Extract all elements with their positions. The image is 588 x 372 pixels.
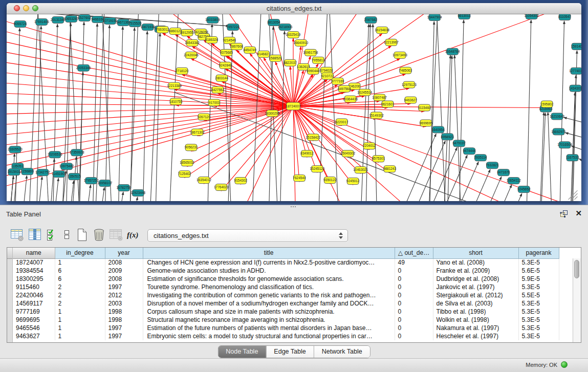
column-header-out_de[interactable]: △ out_de… bbox=[395, 248, 433, 258]
graph-node-label: 11054302 bbox=[525, 14, 539, 17]
graph-node-label: 8186328 bbox=[205, 38, 219, 41]
table-row[interactable]: 2242004622012Investigating the contribut… bbox=[13, 291, 559, 299]
column-header-year[interactable]: year bbox=[105, 248, 143, 258]
graph-edge bbox=[118, 27, 123, 201]
table-cell: 1997 bbox=[105, 324, 143, 332]
table-cell: 5.3E-5 bbox=[518, 258, 559, 267]
graph-node-label: 8454749 bbox=[244, 48, 257, 52]
graph-node-label: 16543382 bbox=[185, 41, 200, 45]
graph-edge bbox=[93, 24, 97, 201]
graph-node-label: 15692971 bbox=[551, 130, 566, 134]
table-row[interactable]: 977716911998Corpus callosum shape and si… bbox=[13, 308, 559, 316]
graph-node-label: 9463627 bbox=[404, 98, 418, 102]
close-panel-icon[interactable]: ✕ bbox=[575, 209, 582, 218]
graph-edge bbox=[461, 169, 490, 201]
graph-node-label: 9245012 bbox=[346, 179, 360, 183]
table-cell: Disruption of a novel member of a sodium… bbox=[143, 299, 395, 308]
table-cell: Estimation of significance thresholds fo… bbox=[143, 275, 395, 283]
graph-node-label: 9115460 bbox=[418, 106, 431, 110]
table-panel: Table Panel ✕ bbox=[0, 205, 588, 372]
table-cell: 9699695 bbox=[13, 316, 55, 324]
graph-edge bbox=[527, 20, 531, 201]
tab-edge-table[interactable]: Edge Table bbox=[266, 346, 313, 358]
graph-node-label: 6497568 bbox=[338, 87, 351, 91]
table-cell: 0 bbox=[395, 267, 433, 275]
row-header-strip bbox=[7, 248, 13, 342]
table-cell: Corpus callosum shape and size in male p… bbox=[143, 308, 395, 316]
window-title: citations_edges.txt bbox=[7, 3, 581, 14]
graph-node-label: 15149302 bbox=[369, 114, 384, 117]
graph-edge bbox=[579, 159, 581, 167]
table-cell: 0 bbox=[395, 275, 433, 283]
table-cell: 0 bbox=[395, 308, 433, 316]
graph-node-label: 6479197 bbox=[453, 142, 466, 145]
table-row[interactable]: 911546021997Tourette syndrome. Phenomeno… bbox=[13, 283, 559, 291]
graph-node-label: 9350122 bbox=[323, 178, 337, 182]
column-header-in_degree[interactable]: in_degree bbox=[55, 248, 105, 258]
node-table-grid[interactable]: namein_degreeyeartitle△ out_de…shortpage… bbox=[13, 248, 559, 340]
table-cell: 1997 bbox=[105, 283, 143, 291]
graph-edge bbox=[444, 55, 450, 201]
tab-node-table[interactable]: Node Table bbox=[218, 346, 266, 358]
column-header-title[interactable]: title bbox=[143, 248, 395, 258]
network-table-select[interactable]: citations_edges.txt bbox=[147, 229, 348, 242]
table-cell: 5.5E-5 bbox=[518, 291, 559, 299]
graph-node-label: 16245514 bbox=[357, 91, 372, 94]
float-panel-icon[interactable] bbox=[560, 210, 569, 218]
table-row[interactable]: 969969511998Structural magnetic resonanc… bbox=[13, 316, 559, 324]
table-cell: 0 bbox=[395, 332, 433, 340]
table-row[interactable]: 946362711997Embryonic stem cells: a mode… bbox=[13, 332, 559, 340]
table-cell: 2 bbox=[55, 283, 105, 291]
graph-edge bbox=[143, 31, 147, 201]
graph-node-label: 12975123 bbox=[402, 83, 417, 86]
network-window-titlebar[interactable]: citations_edges.txt bbox=[7, 3, 581, 14]
select-columns-icon[interactable] bbox=[46, 228, 57, 244]
table-row[interactable]: 1830029562008Estimation of significance … bbox=[13, 275, 559, 283]
column-header-pagerank[interactable]: pagerank bbox=[518, 248, 559, 258]
graph-node-label: 10719155 bbox=[103, 19, 118, 23]
network-canvas[interactable]: 9055724176914062013134010653287152760294… bbox=[7, 14, 581, 201]
table-cell: 18300295 bbox=[13, 275, 55, 283]
table-mode-icon[interactable] bbox=[10, 228, 24, 244]
table-scrollbar[interactable] bbox=[573, 258, 581, 342]
minimize-window-button[interactable] bbox=[23, 5, 29, 11]
table-cell: 49 bbox=[395, 258, 433, 267]
close-window-button[interactable] bbox=[14, 5, 20, 11]
function-builder-icon[interactable]: f(x) bbox=[127, 231, 139, 239]
splitter-grip[interactable] bbox=[290, 206, 296, 208]
graph-edge bbox=[293, 106, 361, 174]
node-table[interactable]: namein_degreeyeartitle△ out_de…shortpage… bbox=[7, 247, 581, 343]
graph-edge bbox=[564, 117, 581, 125]
show-columns-icon[interactable] bbox=[28, 228, 42, 244]
graph-node-label: 16958107 bbox=[98, 181, 113, 185]
graph-node-label: 8427552 bbox=[211, 88, 225, 92]
graph-node-label: 9375685 bbox=[220, 51, 233, 54]
create-column-icon[interactable] bbox=[76, 228, 88, 244]
row-height-icon[interactable] bbox=[63, 228, 70, 244]
graph-node-label: 6794028 bbox=[320, 69, 333, 72]
graph-node-label: 10975487 bbox=[59, 164, 74, 168]
graph-node-label: 1434301 bbox=[569, 86, 581, 90]
graph-edge bbox=[548, 112, 552, 201]
delete-column-icon[interactable] bbox=[93, 228, 105, 244]
graph-node-label: 19218906 bbox=[278, 25, 293, 29]
table-cell: 5.3E-5 bbox=[518, 332, 559, 340]
graph-node-label: 1588520 bbox=[269, 56, 282, 60]
citation-graph[interactable]: 9055724176914062013134010653287152760294… bbox=[7, 14, 581, 201]
table-scrollbar-thumb[interactable] bbox=[574, 260, 579, 278]
graph-edge bbox=[133, 197, 138, 201]
table-row[interactable]: 946554611997Estimation of the future num… bbox=[13, 324, 559, 332]
table-row[interactable]: 1938455462009Genome-wide association stu… bbox=[13, 267, 559, 275]
zoom-window-button[interactable] bbox=[32, 5, 38, 11]
table-row[interactable]: 1456911722003Disruption of a novel membe… bbox=[13, 299, 559, 308]
column-header-short[interactable]: short bbox=[433, 248, 518, 258]
graph-node-label: 917003 bbox=[209, 101, 220, 104]
table-cell: 2 bbox=[55, 299, 105, 308]
graph-node-label: 16447904 bbox=[427, 15, 442, 19]
network-desktop: citations_edges.txt 90557241769140620131… bbox=[0, 0, 588, 205]
column-header-name[interactable]: name bbox=[13, 248, 55, 258]
table-row[interactable]: 1872400712008Changes of HCN gene express… bbox=[13, 258, 559, 267]
network-window[interactable]: citations_edges.txt 90557241769140620131… bbox=[7, 3, 581, 201]
tab-network-table[interactable]: Network Table bbox=[314, 346, 370, 358]
graph-node-label: 8958923 bbox=[441, 135, 454, 139]
